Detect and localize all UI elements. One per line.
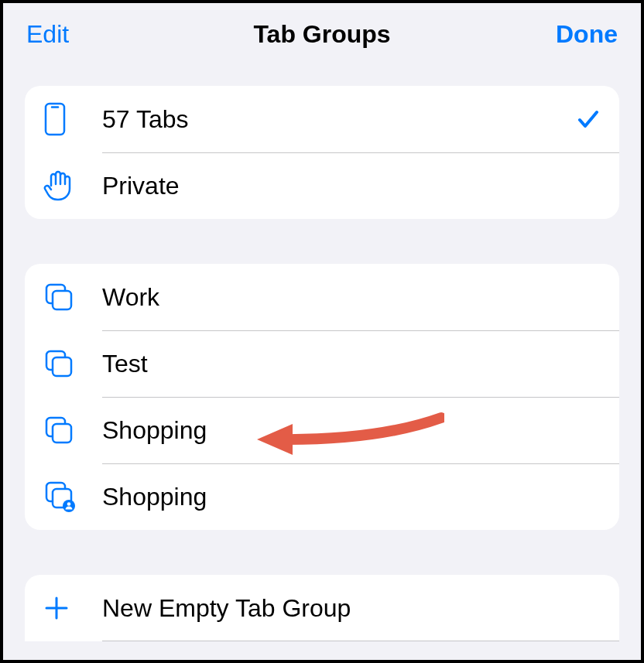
- tab-group-label: Shopping: [102, 483, 604, 511]
- tab-group-all-tabs[interactable]: 57 Tabs: [25, 86, 619, 152]
- page-title: Tab Groups: [119, 20, 525, 49]
- svg-rect-0: [46, 104, 64, 135]
- tab-group-label: Test: [102, 350, 604, 378]
- plus-icon: [43, 595, 102, 621]
- new-group-label: New Empty Tab Group: [102, 594, 604, 623]
- edit-button[interactable]: Edit: [26, 20, 69, 48]
- new-empty-tab-group-button[interactable]: New Empty Tab Group: [25, 575, 619, 641]
- phone-icon: [43, 102, 102, 136]
- svg-rect-5: [53, 357, 71, 376]
- system-groups-section: 57 Tabs Private: [25, 86, 619, 219]
- tab-group-private[interactable]: Private: [25, 152, 619, 219]
- custom-groups-section: Work Test Shopping: [25, 264, 619, 530]
- hand-icon: [43, 170, 102, 201]
- tab-group-shopping[interactable]: Shopping: [25, 397, 619, 463]
- tab-group-label: Private: [102, 172, 604, 200]
- new-group-section: New Empty Tab Group: [25, 575, 619, 641]
- tab-group-test[interactable]: Test: [25, 330, 619, 397]
- checkmark-icon: [573, 107, 604, 132]
- svg-rect-3: [53, 291, 71, 309]
- done-button[interactable]: Done: [556, 20, 618, 48]
- svg-point-10: [63, 500, 75, 512]
- svg-rect-7: [53, 424, 71, 443]
- group-icon: [43, 282, 102, 313]
- tab-group-label: Shopping: [102, 416, 604, 445]
- tab-group-label: 57 Tabs: [102, 105, 573, 134]
- svg-point-11: [67, 502, 71, 506]
- tab-group-work[interactable]: Work: [25, 264, 619, 330]
- group-icon: [43, 348, 102, 379]
- group-shared-icon: [43, 480, 102, 514]
- group-icon: [43, 415, 102, 446]
- tab-group-label: Work: [102, 283, 604, 312]
- header: Edit Tab Groups Done: [3, 3, 641, 56]
- tab-group-shopping-shared[interactable]: Shopping: [25, 463, 619, 530]
